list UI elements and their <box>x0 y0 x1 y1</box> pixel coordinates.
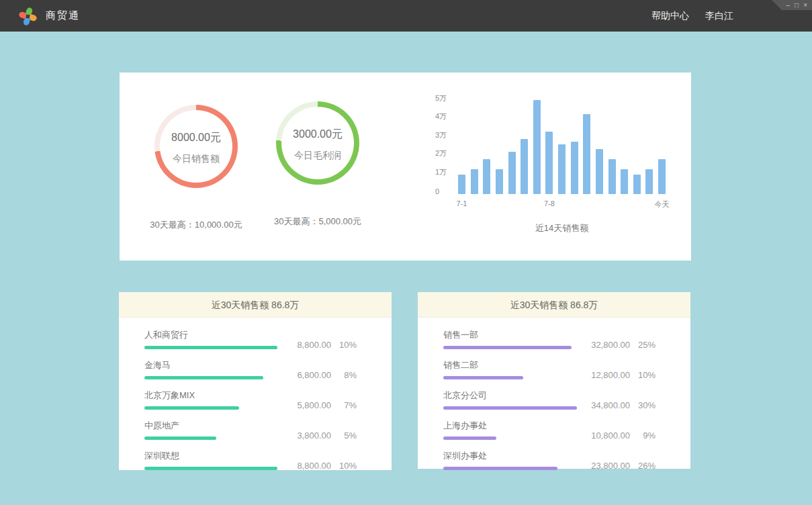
item-values: 3,800.00 5% <box>279 430 357 441</box>
item-values: 10,800.00 9% <box>578 430 656 441</box>
item-progress-bar <box>443 346 572 349</box>
item-name: 深圳办事处 <box>443 450 578 462</box>
item-bar-block: 上海办事处 <box>443 420 578 440</box>
item-percent: 30% <box>630 400 656 410</box>
chart-bar <box>458 175 465 194</box>
list-item: 深圳办事处 23,800.00 26% <box>443 450 656 470</box>
today-profit-gauge: 3000.00元 今日毛利润 30天最高：5,000.00元 <box>242 101 393 228</box>
chart-bar <box>508 152 516 194</box>
item-percent: 10% <box>331 340 357 350</box>
donut-center-text: 8000.00元 今日销售额 <box>154 105 238 188</box>
y-axis-labels: 01万2万3万4万5万 <box>435 84 455 194</box>
item-name: 人和商贸行 <box>144 329 279 341</box>
help-center-link[interactable]: 帮助中心 <box>651 10 689 22</box>
list-item: 北京万象MIX 5,800.00 7% <box>144 389 357 410</box>
customer-rank-card: 近30天销售额 86.8万 人和商贸行 8,800.00 10% <box>119 292 392 470</box>
close-icon[interactable]: × <box>803 2 807 9</box>
item-values: 12,800.00 10% <box>578 370 656 380</box>
item-name: 北京万象MIX <box>144 389 279 402</box>
chart-bar <box>533 100 541 194</box>
item-bar-block: 北京万象MIX <box>144 389 279 410</box>
item-progress-bar <box>443 437 496 440</box>
item-amount: 34,800.00 <box>578 400 630 410</box>
maximize-icon[interactable]: □ <box>795 2 799 9</box>
chart-bar <box>545 132 553 194</box>
sales-14day-bar-chart: 01万2万3万4万5万 7-17-8今天 近14天销售额 <box>435 84 681 245</box>
item-bar-block: 销售二部 <box>443 359 578 379</box>
item-amount: 12,800.00 <box>578 370 630 380</box>
item-percent: 10% <box>630 370 656 380</box>
item-name: 深圳联想 <box>144 450 279 462</box>
list-item: 上海办事处 10,800.00 9% <box>443 420 656 440</box>
item-progress-bar <box>443 467 557 470</box>
user-name[interactable]: 李白江 <box>705 10 733 22</box>
chart-bar <box>608 159 616 194</box>
item-values: 32,800.00 25% <box>578 340 656 350</box>
item-progress-bar <box>144 437 216 440</box>
dept-rank-title: 近30天销售额 86.8万 <box>418 292 690 318</box>
chart-bar <box>596 149 603 194</box>
item-percent: 26% <box>630 461 656 471</box>
item-amount: 5,800.00 <box>279 400 331 410</box>
list-item: 销售一部 32,800.00 25% <box>443 329 656 349</box>
today-sales-value: 8000.00元 <box>171 131 221 145</box>
minimize-icon[interactable]: – <box>786 2 791 9</box>
today-profit-label: 今日毛利润 <box>294 150 341 162</box>
item-bar-block: 深圳办事处 <box>443 450 578 470</box>
today-profit-donut-chart: 3000.00元 今日毛利润 <box>276 101 359 185</box>
brand-logo-icon <box>19 7 36 25</box>
item-amount: 10,800.00 <box>578 430 630 441</box>
x-axis-tick: 7-8 <box>544 199 555 208</box>
list-item: 金海马 6,800.00 8% <box>144 359 357 379</box>
item-bar-block: 金海马 <box>144 359 279 379</box>
item-name: 销售一部 <box>443 329 578 341</box>
item-percent: 5% <box>331 430 357 441</box>
chart-bar <box>483 159 490 194</box>
chart-bar <box>621 169 628 194</box>
x-axis-tick: 今天 <box>655 199 670 210</box>
bar-plot <box>458 84 666 194</box>
chart-bar <box>571 142 578 194</box>
window-controls: – □ × <box>772 0 812 10</box>
chart-bar <box>633 175 641 194</box>
item-name: 中原地产 <box>144 420 279 432</box>
item-amount: 8,800.00 <box>279 340 331 350</box>
item-bar-block: 中原地产 <box>144 420 279 440</box>
list-item: 人和商贸行 8,800.00 10% <box>144 329 357 349</box>
chart-bar <box>558 144 566 194</box>
y-axis-tick: 0 <box>435 187 439 195</box>
item-name: 金海马 <box>144 359 279 371</box>
item-bar-block: 北京分公司 <box>443 389 578 410</box>
item-percent: 9% <box>630 430 656 441</box>
item-progress-bar <box>144 467 277 470</box>
profit-30day-max: 30天最高：5,000.00元 <box>242 216 393 228</box>
item-percent: 7% <box>331 400 357 410</box>
item-bar-block: 人和商贸行 <box>144 329 279 349</box>
item-values: 8,800.00 10% <box>279 461 357 471</box>
item-name: 销售二部 <box>443 359 578 371</box>
y-axis-tick: 2万 <box>435 148 447 158</box>
overview-card: 8000.00元 今日销售额 30天最高：10,000.00元 3000.00元… <box>120 73 691 261</box>
item-amount: 32,800.00 <box>578 340 630 350</box>
item-values: 6,800.00 8% <box>279 370 357 380</box>
list-item: 销售二部 12,800.00 10% <box>443 359 656 379</box>
item-amount: 23,800.00 <box>578 461 630 471</box>
item-values: 5,800.00 7% <box>279 400 357 410</box>
list-item: 中原地产 3,800.00 5% <box>144 420 357 440</box>
x-axis-tick: 7-1 <box>457 199 467 208</box>
chart-bar <box>645 169 653 194</box>
chart-bar <box>521 139 528 194</box>
item-progress-bar <box>144 406 239 410</box>
topbar-menu: 帮助中心 李白江 <box>651 10 733 22</box>
item-percent: 10% <box>331 461 357 471</box>
y-axis-tick: 1万 <box>435 167 447 177</box>
item-name: 上海办事处 <box>443 420 578 432</box>
y-axis-tick: 3万 <box>435 130 447 140</box>
app-title: 商贸通 <box>46 9 80 22</box>
x-axis-labels: 7-17-8今天 <box>458 199 666 210</box>
item-amount: 6,800.00 <box>279 370 331 380</box>
today-sales-label: 今日销售额 <box>173 153 220 165</box>
item-progress-bar <box>443 406 577 410</box>
item-bar-block: 销售一部 <box>443 329 578 349</box>
chart-bar <box>658 159 666 194</box>
